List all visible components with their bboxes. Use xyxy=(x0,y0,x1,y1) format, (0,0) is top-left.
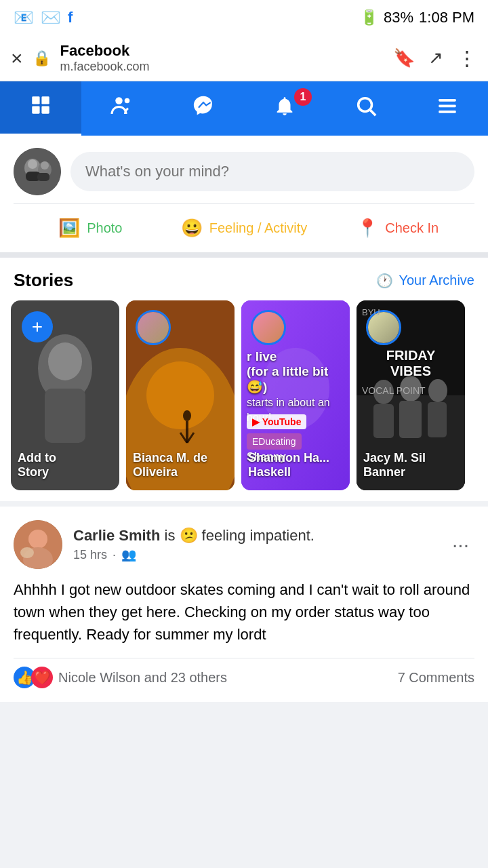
svg-rect-1 xyxy=(41,96,49,104)
svg-point-17 xyxy=(41,161,49,170)
browser-title: Facebook xyxy=(60,42,384,60)
nav-notifications[interactable]: 1 xyxy=(244,81,325,136)
add-story-label: Add toStory xyxy=(18,451,113,479)
shannon-live-text: r live(for a little bit 😅)starts in abou… xyxy=(247,349,344,425)
bianca-label: Bianca M. de Oliveira xyxy=(133,451,228,479)
stories-title: Stories xyxy=(14,270,73,291)
post-composer: 🖼️ Photo 😀 Feeling / Activity 📍 Check In xyxy=(0,136,488,258)
svg-point-41 xyxy=(28,530,47,549)
vibes-text: FRIDAYVIBES xyxy=(362,348,460,379)
time: 1:08 PM xyxy=(419,9,474,26)
story-shannon[interactable]: r live(for a little bit 😅)starts in abou… xyxy=(241,300,350,490)
svg-point-6 xyxy=(359,98,372,112)
share-icon[interactable]: ↗ xyxy=(428,47,443,68)
nav-messenger[interactable] xyxy=(163,81,244,136)
status-left-icons: 📧 ✉️ f xyxy=(14,8,73,27)
shannon-label: Shannon Ha...Haskell xyxy=(248,451,343,479)
story-jacy[interactable]: BYU FRIDAYVIBES VOCAL POINT Jacy M. SilB… xyxy=(357,300,465,490)
browser-title-area: Facebook m.facebook.com xyxy=(60,42,384,74)
separator: · xyxy=(113,548,116,562)
feeling-icon: 😀 xyxy=(181,218,203,239)
friends-icon xyxy=(110,94,134,123)
svg-rect-8 xyxy=(439,99,456,102)
hamburger-icon xyxy=(436,94,459,123)
svg-point-16 xyxy=(28,159,37,169)
feeling-activity-button[interactable]: 😀 Feeling / Activity xyxy=(167,211,321,245)
audience-icon: 👥 xyxy=(121,547,136,562)
photo-icon: 🖼️ xyxy=(58,218,80,239)
post-header: Carlie Smith is 😕 feeling impatient. 15 … xyxy=(14,520,474,569)
checkin-button[interactable]: 📍 Check In xyxy=(321,211,474,245)
svg-point-4 xyxy=(115,97,123,104)
browser-bar: × 🔒 Facebook m.facebook.com 🔖 ↗ ⋮ xyxy=(0,35,488,81)
post-time: 15 hrs xyxy=(73,548,107,562)
messenger-icon xyxy=(192,94,215,123)
checkin-icon: 📍 xyxy=(357,218,378,239)
svg-rect-9 xyxy=(439,105,456,108)
svg-point-24 xyxy=(146,361,214,429)
reactions-count: Nicole Wilson and 23 others xyxy=(58,670,227,686)
jacy-source: BYU xyxy=(362,307,380,317)
nav-search[interactable] xyxy=(325,81,407,136)
youtube-badge: ▶ YouTube xyxy=(247,414,306,429)
post-carlie: Carlie Smith is 😕 feeling impatient. 15 … xyxy=(0,507,488,702)
comments-count[interactable]: 7 Comments xyxy=(398,670,474,686)
bianca-avatar-ring xyxy=(136,310,171,345)
svg-point-25 xyxy=(183,410,191,421)
post-text: Ahhhh I got new outdoor skates coming an… xyxy=(14,578,474,646)
post-feeling-detail: is 😕 feeling impatient. xyxy=(165,527,314,544)
composer-actions: 🖼️ Photo 😀 Feeling / Activity 📍 Check In xyxy=(14,203,474,245)
home-icon xyxy=(29,94,52,122)
photo-button[interactable]: 🖼️ Photo xyxy=(14,211,167,245)
svg-rect-37 xyxy=(373,404,394,438)
nav-menu[interactable] xyxy=(407,81,488,136)
svg-rect-10 xyxy=(439,111,456,113)
facebook-icon: f xyxy=(68,9,73,26)
status-bar: 📧 ✉️ f 🔋 83% 1:08 PM xyxy=(0,0,488,35)
feeling-label: Feeling / Activity xyxy=(209,220,308,236)
svg-rect-15 xyxy=(37,173,49,181)
stories-section: Stories 🕐 Your Archive + Add toStory xyxy=(0,258,488,501)
more-icon[interactable]: ⋮ xyxy=(457,46,477,70)
post-reactions: 👍 ❤️ Nicole Wilson and 23 others 7 Comme… xyxy=(14,658,474,688)
nav-home[interactable] xyxy=(0,81,81,136)
bookmark-icon[interactable]: 🔖 xyxy=(393,47,415,68)
battery-percent: 83% xyxy=(384,9,413,26)
email-icon-2: ✉️ xyxy=(41,8,61,27)
post-more-button[interactable]: ··· xyxy=(447,533,474,556)
nav-friends[interactable] xyxy=(81,81,163,136)
story-bianca[interactable]: Bianca M. de Oliveira xyxy=(126,300,235,490)
email-icon-1: 📧 xyxy=(14,8,34,27)
svg-point-20 xyxy=(48,342,82,380)
educating-badge: EDucating xyxy=(247,433,302,450)
svg-point-43 xyxy=(20,547,34,558)
post-author-name: Carlie Smith xyxy=(73,527,160,544)
shannon-avatar-ring xyxy=(251,310,286,345)
bell-icon xyxy=(273,94,296,123)
browser-url: m.facebook.com xyxy=(60,60,384,74)
battery-icon: 🔋 xyxy=(360,9,378,26)
facebook-nav: 1 xyxy=(0,81,488,136)
story-add-card[interactable]: + Add toStory xyxy=(11,300,119,490)
archive-link[interactable]: 🕐 Your Archive xyxy=(376,273,474,289)
browser-close-button[interactable]: × xyxy=(11,47,23,70)
svg-rect-21 xyxy=(45,389,85,443)
archive-label: Your Archive xyxy=(399,273,474,288)
vocal-point: VOCAL POINT xyxy=(362,385,460,396)
photo-label: Photo xyxy=(87,220,122,236)
checkin-label: Check In xyxy=(385,220,439,236)
post-meta: 15 hrs · 👥 xyxy=(73,547,436,562)
svg-rect-39 xyxy=(428,402,447,437)
reactions-left[interactable]: 👍 ❤️ Nicole Wilson and 23 others xyxy=(14,667,227,688)
composer-input[interactable] xyxy=(70,152,474,191)
stories-header: Stories 🕐 Your Archive xyxy=(0,270,488,300)
notification-badge: 1 xyxy=(294,88,312,106)
search-icon xyxy=(354,94,378,123)
svg-rect-38 xyxy=(399,401,422,438)
status-right-info: 🔋 83% 1:08 PM xyxy=(360,9,474,26)
svg-rect-2 xyxy=(32,106,39,113)
archive-icon: 🕐 xyxy=(376,273,393,289)
user-avatar xyxy=(14,148,61,195)
jacy-label: Jacy M. SilBanner xyxy=(363,451,458,479)
svg-point-5 xyxy=(125,98,130,104)
